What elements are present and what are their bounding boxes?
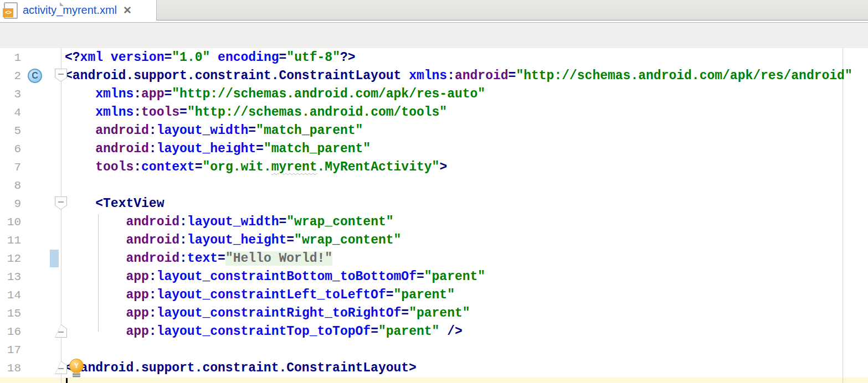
code-token: = — [248, 123, 256, 138]
code-token: android — [126, 251, 179, 266]
fold-start-icon[interactable] — [55, 196, 67, 210]
code-line-14[interactable]: app:layout_constraintLeft_toLeftOf="pare… — [65, 286, 455, 304]
code-token: version — [111, 50, 165, 65]
fold-start-icon[interactable] — [55, 69, 67, 82]
tab-bar: <> activity_myrent.xml ✕ — [0, 0, 868, 20]
code-token: layout_constraintRight_toRightOf — [157, 306, 402, 320]
xml-badge: <> — [3, 8, 13, 17]
code-token: : — [149, 306, 157, 320]
code-token: android — [455, 69, 509, 83]
code-token: "utf-8" — [286, 50, 340, 65]
code-line-13[interactable]: app:layout_constraintBottom_toBottomOf="… — [65, 268, 485, 286]
class-gutter-icon[interactable]: C — [28, 69, 42, 83]
code-line-15[interactable]: app:layout_constraintRight_toRightOf="pa… — [65, 304, 470, 323]
code-token: : — [149, 324, 157, 339]
code-token: layout_width — [157, 123, 249, 138]
code-token — [65, 196, 95, 211]
code-token: android — [95, 123, 149, 138]
code-line-3[interactable]: xmlns:app="http://schemas.android.com/ap… — [65, 85, 485, 103]
code-line-1[interactable]: <?xml version="1.0" encoding="utf-8"?> — [65, 49, 356, 67]
code-line-11[interactable]: android:layout_height="wrap_content" — [65, 231, 401, 250]
code-token: layout_width — [187, 215, 279, 229]
line-number: 12 — [0, 250, 21, 268]
code-token: android — [126, 233, 179, 247]
code-token: "Hello World!" — [225, 251, 332, 266]
gutter: 123456789101112131415161718 — [0, 48, 61, 383]
code-line-12[interactable]: android:text="Hello World!" — [65, 250, 332, 268]
code-line-10[interactable]: android:layout_width="wrap_content" — [65, 213, 394, 231]
code-token — [65, 324, 126, 339]
code-token — [439, 324, 447, 339]
code-token: /> — [447, 324, 463, 339]
code-token: tools — [95, 160, 133, 174]
code-token: = — [286, 233, 294, 247]
code-token: app — [126, 324, 148, 339]
code-token: = — [256, 142, 264, 156]
tab-activity-myrent[interactable]: <> activity_myrent.xml ✕ — [0, 0, 157, 20]
code-token — [65, 306, 126, 320]
code-line-16[interactable]: app:layout_constraintTop_toTopOf="parent… — [65, 323, 463, 341]
line-number: 6 — [0, 140, 21, 158]
code-token: tools — [141, 105, 179, 120]
code-token — [65, 233, 126, 247]
code-token — [65, 123, 95, 138]
code-token: : — [179, 233, 187, 247]
code-token — [103, 50, 111, 65]
code-token: app — [141, 87, 164, 101]
line-number: 5 — [0, 122, 21, 140]
code-token: layout_height — [187, 233, 286, 247]
code-token: "http://schemas.android.com/apk/res-auto… — [172, 87, 485, 101]
code-line-7[interactable]: tools:context="org.wit.myrent.MyRentActi… — [65, 158, 447, 177]
code-token — [65, 215, 126, 229]
right-margin-guide — [843, 48, 843, 383]
line-number: 15 — [0, 304, 21, 323]
line-number: 2 — [0, 67, 21, 85]
code-token: xmlns — [95, 105, 133, 120]
close-icon[interactable]: ✕ — [123, 5, 132, 15]
app-window: <> activity_myrent.xml ✕ 123456789101112… — [0, 0, 868, 383]
code-token: layout_constraintLeft_toLeftOf — [157, 288, 386, 302]
code-token: : — [149, 288, 157, 302]
code-token: android — [126, 215, 179, 229]
code-token: context — [141, 160, 195, 174]
code-token: "parent" — [394, 288, 455, 302]
code-token: : — [133, 160, 141, 174]
code-token: "parent" — [424, 270, 485, 284]
lightbulb-icon[interactable]: Y — [69, 359, 85, 377]
line-number: 18 — [0, 359, 21, 377]
code-token: = — [218, 251, 225, 266]
code-line-5[interactable]: android:layout_width="match_parent" — [65, 122, 363, 140]
code-token: = — [279, 215, 287, 229]
code-line-4[interactable]: xmlns:tools="http://schemas.android.com/… — [65, 103, 447, 122]
line-number: 14 — [0, 286, 21, 304]
fold-end-icon[interactable] — [55, 361, 67, 374]
code-token: : — [149, 123, 157, 138]
code-line-6[interactable]: android:layout_height="match_parent" — [65, 140, 371, 158]
code-token: = — [279, 50, 287, 65]
editor-pane[interactable]: 123456789101112131415161718 C <?xml vers… — [0, 48, 868, 383]
line-number: 7 — [0, 158, 21, 177]
code-token: : — [149, 142, 157, 156]
vcs-change-marker — [50, 250, 59, 267]
code-token: "1.0" — [172, 50, 210, 65]
code-token: </android.support.constraint.ConstraintL… — [65, 361, 417, 375]
code-line-2[interactable]: <android.support.constraint.ConstraintLa… — [65, 67, 852, 85]
code-token: android — [95, 142, 149, 156]
code-line-9[interactable]: <TextView — [65, 195, 164, 213]
line-number: 13 — [0, 268, 21, 286]
code-token: layout_constraintBottom_toBottomOf — [157, 270, 417, 284]
line-number: 3 — [0, 85, 21, 103]
caret-line-highlight — [0, 377, 868, 383]
code-token: layout_height — [157, 142, 256, 156]
code-token: : — [133, 105, 141, 120]
code-token — [65, 105, 95, 120]
code-line-18[interactable]: </android.support.constraint.ConstraintL… — [65, 359, 417, 377]
toolbar-spacer — [0, 22, 868, 48]
code-token: .MyRentActivity" — [317, 160, 440, 174]
code-token: app — [126, 306, 148, 320]
line-number: 4 — [0, 103, 21, 122]
code-token: text — [187, 251, 218, 266]
code-token: "parent" — [378, 324, 439, 339]
fold-end-icon[interactable] — [55, 324, 67, 338]
code-token — [65, 270, 126, 284]
